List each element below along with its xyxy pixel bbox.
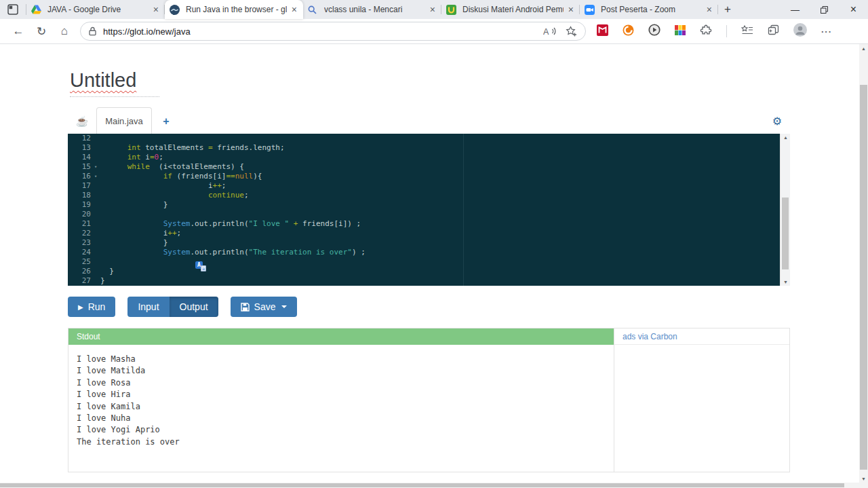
back-icon[interactable]: ← <box>7 21 30 41</box>
editor-scroll-thumb[interactable] <box>782 198 789 269</box>
save-button[interactable]: Save <box>231 297 298 317</box>
page-hscroll-thumb[interactable] <box>0 483 844 487</box>
fold-gutter <box>91 134 100 143</box>
fold-gutter <box>91 191 100 200</box>
tab-actions-icon[interactable] <box>0 0 26 19</box>
glot-page: Untitled ☕ Main.java + ⚙ 1213 int totalE… <box>0 69 868 488</box>
lock-icon[interactable] <box>89 26 96 36</box>
code-text: while (i<totalElements) { <box>100 162 244 172</box>
stdout-column: Stdout I love Masha I love Matilda I lov… <box>68 329 614 472</box>
fold-gutter <box>91 248 100 257</box>
code-line[interactable]: 12 <box>68 134 780 143</box>
fold-arrow-icon[interactable]: ▾ <box>91 162 100 172</box>
tab-close-icon[interactable]: × <box>152 5 160 14</box>
code-line[interactable]: 13 int totalElements = friends.length; <box>68 143 780 153</box>
code-line[interactable]: 20 <box>68 210 780 219</box>
extensions-puzzle-icon[interactable] <box>700 24 712 39</box>
page-scroll-thumb[interactable] <box>860 85 867 470</box>
minimize-icon[interactable]: — <box>781 0 810 19</box>
code-text: } <box>100 276 105 286</box>
output-button[interactable]: Output <box>170 297 218 317</box>
code-line[interactable]: 14 int i=0; <box>68 153 780 162</box>
code-line[interactable]: 19 } <box>68 200 780 210</box>
code-line[interactable]: 26 } <box>68 267 780 276</box>
input-button[interactable]: Input <box>127 297 169 317</box>
file-tab-bar: ☕ Main.java + ⚙ <box>68 107 790 134</box>
browser-tab[interactable]: JAVA - Google Drive× <box>26 0 165 19</box>
code-line[interactable]: 21 System.out.println("I love " + friend… <box>68 219 780 229</box>
line-number: 19 <box>68 200 91 210</box>
snippet-title-wrap[interactable]: Untitled <box>70 69 159 97</box>
orange-c-extension-icon[interactable] <box>623 24 634 39</box>
collections-icon[interactable] <box>768 24 779 38</box>
line-number: 27 <box>68 276 91 286</box>
browser-tab[interactable]: Run Java in the browser - glo× <box>165 0 303 19</box>
settings-gear-icon[interactable]: ⚙ <box>772 115 790 134</box>
code-line[interactable]: 25 <box>68 257 780 267</box>
browser-tab[interactable]: Post Peserta - Zoom× <box>580 0 718 19</box>
restore-icon[interactable] <box>810 0 839 19</box>
code-editor-text-area[interactable]: 1213 int totalElements = friends.length;… <box>68 134 780 286</box>
toolbar-divider <box>726 25 727 37</box>
editor-scroll-down-icon[interactable]: ▼ <box>781 280 791 284</box>
code-line[interactable]: 27} <box>68 276 780 286</box>
browser-toolbar: ← ↻ ⌂ https://glot.io/new/java A <box>0 19 868 44</box>
run-button[interactable]: ▶ Run <box>68 297 115 317</box>
tab-title: JAVA - Google Drive <box>47 5 149 14</box>
code-text: } <box>100 267 114 276</box>
close-window-icon[interactable]: × <box>839 0 868 19</box>
code-line[interactable]: 23 } <box>68 238 780 248</box>
tab-title: vclass unila - Mencari <box>324 5 425 14</box>
tab-close-icon[interactable]: × <box>705 5 713 14</box>
translate-icon[interactable]: A a <box>195 261 206 271</box>
line-number: 25 <box>68 257 91 267</box>
browser-tab[interactable]: Diskusi Materi Android Pemu× <box>441 0 580 19</box>
line-number: 21 <box>68 219 91 229</box>
code-line[interactable]: 17 i++; <box>68 181 780 191</box>
read-aloud-icon[interactable]: A <box>543 26 556 37</box>
code-editor[interactable]: 1213 int totalElements = friends.length;… <box>68 134 790 286</box>
add-file-button[interactable]: + <box>152 115 180 134</box>
fold-gutter <box>91 143 100 153</box>
page-scroll-down-icon[interactable]: ▼ <box>859 476 868 481</box>
code-line[interactable]: 15▾ while (i<totalElements) { <box>68 162 780 172</box>
palette-extension-icon[interactable] <box>675 25 686 38</box>
svg-text:A: A <box>543 27 549 37</box>
tab-close-icon[interactable]: × <box>429 5 437 14</box>
ads-via-carbon-link[interactable]: ads via Carbon <box>614 329 789 345</box>
fold-gutter <box>91 219 100 229</box>
favorites-bar-icon[interactable] <box>741 25 753 38</box>
editor-scroll-up-icon[interactable]: ▲ <box>781 135 791 140</box>
tab-close-icon[interactable]: × <box>290 5 298 14</box>
code-line[interactable]: 24 System.out.println("The iteration is … <box>68 248 780 257</box>
action-button-row: ▶ Run Input Output Save <box>68 297 868 317</box>
code-line[interactable]: 16▾ if (friends[i]==null){ <box>68 172 780 181</box>
code-line[interactable]: 18 continue; <box>68 191 780 200</box>
elearning-favicon-icon <box>446 4 458 15</box>
browser-tab[interactable]: vclass unila - Mencari× <box>303 0 441 19</box>
window-vertical-scrollbar[interactable]: ▲ ▼ <box>859 44 868 483</box>
add-favorite-icon[interactable] <box>566 26 577 37</box>
url-text[interactable]: https://glot.io/new/java <box>103 26 534 37</box>
page-scroll-up-icon[interactable]: ▲ <box>859 46 868 51</box>
window-horizontal-scrollbar[interactable] <box>0 483 868 488</box>
fold-arrow-icon[interactable]: ▾ <box>91 172 100 181</box>
refresh-icon[interactable]: ↻ <box>30 21 53 41</box>
tab-close-icon[interactable]: × <box>567 5 575 14</box>
play-circle-extension-icon[interactable] <box>648 24 660 39</box>
more-menu-icon[interactable]: ··· <box>821 26 832 37</box>
home-icon[interactable]: ⌂ <box>53 21 76 41</box>
file-tab-main-java[interactable]: Main.java <box>96 107 152 134</box>
run-play-icon: ▶ <box>78 303 83 311</box>
mcafee-extension-icon[interactable] <box>597 24 608 39</box>
search-favicon-icon <box>308 4 320 15</box>
address-bar[interactable]: https://glot.io/new/java A <box>80 22 586 41</box>
window-controls: — × <box>781 0 868 19</box>
code-line[interactable]: 22 i++; <box>68 229 780 238</box>
editor-scrollbar[interactable]: ▲ ▼ <box>780 134 790 286</box>
new-tab-button[interactable]: + <box>718 0 737 19</box>
ads-body <box>614 345 789 472</box>
page-title[interactable]: Untitled <box>70 69 136 91</box>
profile-avatar[interactable] <box>793 23 807 39</box>
browser-tab-strip: JAVA - Google Drive×Run Java in the brow… <box>0 0 868 19</box>
